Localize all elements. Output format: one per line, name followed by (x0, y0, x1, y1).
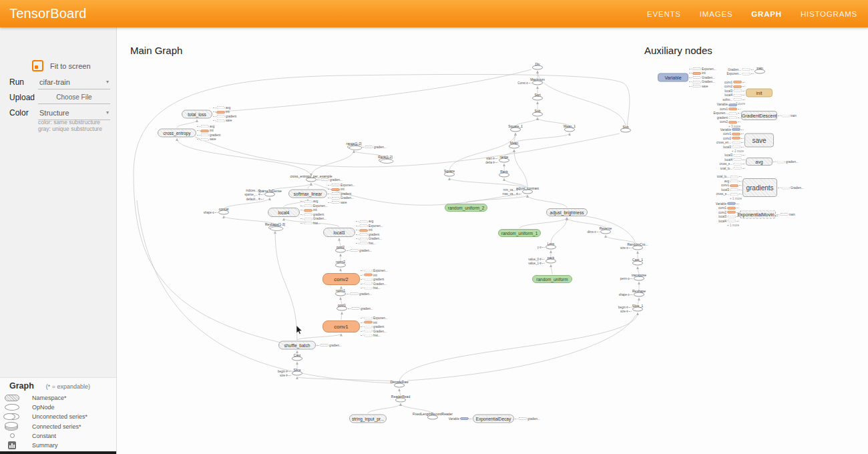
graph-node-ru1[interactable]: random_uniform_1 (498, 229, 541, 237)
satellite-pill[interactable]: Gradien... (300, 217, 327, 220)
satellite-pill[interactable]: avg (300, 200, 318, 203)
graph-node-graddesc[interactable]: GradientDescenttrainVariableconv1Exponen… (741, 111, 777, 120)
graph-node-mean1[interactable]: Mean_1 (564, 128, 575, 132)
satellite-pill[interactable]: conv2 (720, 120, 740, 124)
graph-node-readerread[interactable]: ReaderRead (395, 398, 406, 403)
graph-node-conv1[interactable]: conv1Exponen...initgradientGradien...his… (322, 320, 360, 332)
satellite-pill[interactable]: avg (213, 106, 230, 109)
satellite-pill[interactable]: Variable (717, 103, 740, 106)
constant-node[interactable]: indices... (246, 188, 264, 192)
satellite-pill[interactable]: init (361, 273, 377, 276)
graph-node-square1[interactable]: Square_1 (510, 128, 521, 132)
graph-node-s2d[interactable]: SparseToDenseindices...sparse_...default… (264, 192, 275, 197)
graph-node-concat[interactable]: concatshape (218, 210, 229, 215)
satellite-pill[interactable]: init (361, 320, 377, 324)
graph-node-reshape13[interactable]: Reshape[1-3] (268, 226, 282, 230)
satellite-pill[interactable]: Exponen... (328, 184, 355, 187)
satellite-pill[interactable]: init (689, 71, 706, 75)
graph-node-mean[interactable]: Mean (509, 144, 519, 149)
graph-node-sqrt[interactable]: Sqrt (532, 96, 543, 101)
satellite-pill[interactable]: conv1 (718, 206, 739, 210)
graph-node-slice1[interactable]: Slice_1beginsize (632, 307, 643, 312)
satellite-pill[interactable]: total_lo... (717, 175, 742, 178)
satellite-pill[interactable]: conv1 (721, 184, 742, 187)
satellite-pill[interactable]: gradien... (347, 249, 372, 252)
satellite-pill[interactable]: conv1 (720, 107, 740, 111)
constant-node[interactable]: sparse_... (244, 193, 264, 196)
satellite-pill[interactable]: gradien... (773, 160, 799, 164)
satellite-pill[interactable]: train (777, 213, 795, 216)
graph-node-cep[interactable]: cross_entropy_per_examplegradien... (306, 178, 316, 182)
graph-node-pack[interactable]: packvalue_0value_1 (546, 259, 556, 264)
constant-node[interactable]: y (537, 246, 545, 249)
satellite-pill[interactable]: hist... (300, 222, 320, 225)
satellite-pill[interactable]: gradient (717, 116, 740, 120)
graph-node-decoderaw[interactable]: DecodeRaw (394, 383, 405, 388)
satellite-pill[interactable]: gradien... (348, 307, 373, 310)
satellite-pill[interactable]: softm... (722, 97, 745, 101)
graph-node-total_loss[interactable]: total_lossavginitgradientsave (182, 110, 212, 119)
satellite-pill[interactable]: local3 (724, 154, 745, 157)
constant-node[interactable]: size (620, 310, 632, 313)
satellite-pill[interactable]: save (689, 85, 708, 88)
graph-node-ru2[interactable]: random_uniform_2 (445, 204, 487, 212)
fit-to-screen-icon[interactable] (32, 60, 43, 71)
graph-node-adjb[interactable]: adjust_brightness (546, 208, 588, 216)
graph-node-expdecay[interactable]: ExponentialDecaygradien...Variable (473, 415, 514, 423)
satellite-pill[interactable]: gradient (300, 213, 324, 216)
constant-node[interactable]: size (280, 374, 291, 377)
constant-node[interactable]: start (486, 156, 498, 160)
satellite-pill[interactable]: gradien... (316, 344, 342, 347)
satellite-pill[interactable]: Exponen... (361, 269, 388, 272)
graph-node-transpose[interactable]: transposeperm (634, 276, 644, 281)
satellite-pill[interactable]: init (356, 228, 373, 232)
graph-node-sub[interactable]: Sub (532, 112, 543, 117)
satellite-pill[interactable]: gradient (328, 192, 351, 196)
graph-node-expmoving[interactable]: ExponentialMovin...trainVariableconv1con… (740, 210, 776, 219)
satellite-pill[interactable]: conv1 (723, 132, 744, 136)
graph-node-string_input[interactable]: string_input_pr... (349, 415, 387, 423)
satellite-pill[interactable]: Exponen... (726, 72, 754, 75)
satellite-pill[interactable]: Gradien... (728, 67, 754, 71)
satellite-pill[interactable]: conv2 (724, 85, 745, 88)
satellite-pill[interactable]: cross_en... (716, 141, 744, 144)
satellite-pill[interactable]: local3 (718, 215, 739, 218)
graph-node-norm2[interactable]: norm2 (335, 263, 346, 268)
tab-histograms[interactable]: HISTOGRAMS (801, 10, 857, 18)
tab-graph[interactable]: GRAPH (751, 10, 782, 18)
satellite-pill[interactable]: gradien... (361, 146, 387, 149)
satellite-pill[interactable]: local4 (724, 93, 745, 97)
graph-node-div[interactable]: Div (532, 65, 543, 70)
graph-node-cast1[interactable]: Cast_1 (632, 261, 643, 266)
satellite-pill[interactable]: Exponen... (300, 204, 328, 208)
satellite-pill[interactable]: gradient (197, 134, 220, 137)
satellite-pill[interactable]: init (328, 188, 345, 191)
graph-node-flrr[interactable]: FixedLengthRecordReader (427, 415, 438, 420)
graph-node-avg[interactable]: avggradien...local3local4cross_e...total… (746, 158, 773, 166)
satellite-pill[interactable]: init (300, 208, 317, 212)
graph-node-pool2[interactable]: pool2gradien... (335, 248, 346, 253)
satellite-pill[interactable]: train (778, 114, 797, 118)
satellite-pill[interactable]: avg (724, 180, 742, 183)
graph-node-local3[interactable]: local3avgExponen...initgradientGradien..… (323, 228, 355, 237)
satellite-pill[interactable]: conv2 (718, 210, 739, 214)
graph-node-softmax_linear[interactable]: softmax_linearExponen...initgradientGrad… (288, 190, 327, 198)
satellite-pill[interactable]: Exponen... (689, 67, 716, 71)
satellite-pill[interactable]: hist... (361, 286, 381, 290)
satellite-pill[interactable]: Variable (720, 128, 744, 131)
satellite-pill[interactable]: Gradien... (689, 80, 715, 83)
graph-node-reshape_r[interactable]: Reshapeshape (634, 292, 644, 297)
satellite-pill[interactable]: save (328, 201, 347, 204)
satellite-pill[interactable]: Exponen... (713, 111, 740, 115)
satellite-pill[interactable]: Variable (716, 202, 739, 205)
constant-node[interactable]: default... (246, 197, 264, 200)
tab-events[interactable]: EVENTS (647, 10, 681, 18)
satellite-pill[interactable]: gradient (213, 115, 236, 118)
satellite-pill[interactable]: Variable (449, 417, 472, 421)
graph-node-norm1[interactable]: norm1gradien... (335, 292, 346, 296)
satellite-pill[interactable]: Exponen... (361, 316, 388, 320)
constant-node[interactable]: value_0 (528, 257, 545, 260)
satellite-pill[interactable]: hist... (361, 334, 381, 337)
satellite-pill[interactable]: local3 (724, 89, 745, 92)
run-select[interactable]: cifar-train ▾ (38, 77, 110, 89)
